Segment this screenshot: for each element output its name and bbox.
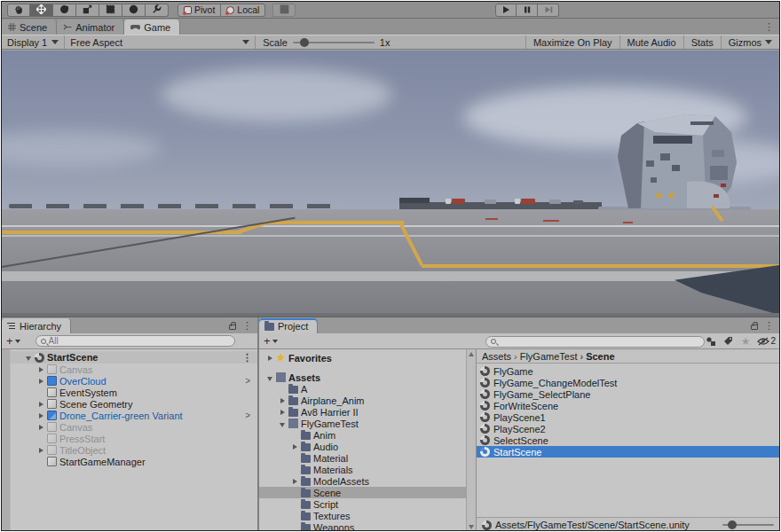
- lock-icon[interactable]: [229, 325, 236, 330]
- breadcrumb-item[interactable]: FlyGameTest: [514, 351, 577, 362]
- foldout-icon[interactable]: [266, 355, 273, 362]
- favorites-star-icon[interactable]: ★: [741, 335, 751, 348]
- foldout-icon[interactable]: [291, 512, 298, 520]
- hierarchy-menu-icon[interactable]: ⋮: [242, 321, 252, 331]
- project-tree-item[interactable]: Audio: [259, 441, 466, 452]
- step-button[interactable]: [538, 4, 559, 17]
- project-tree-item[interactable]: Scene: [259, 487, 466, 498]
- foldout-icon[interactable]: [291, 443, 298, 450]
- foldout-icon[interactable]: [291, 455, 298, 462]
- project-tree-item[interactable]: A: [259, 383, 466, 395]
- project-tree-item[interactable]: Script: [259, 498, 466, 510]
- gizmos-dropdown[interactable]: Gizmos: [721, 35, 779, 49]
- breadcrumb-item[interactable]: Scene: [580, 351, 614, 362]
- asset-file-row[interactable]: PlayScene2: [477, 423, 779, 434]
- asset-file-row[interactable]: PlayScene1: [477, 411, 779, 423]
- hand-tool-button[interactable]: [7, 4, 30, 17]
- aspect-dropdown[interactable]: Free Aspect: [65, 35, 256, 49]
- project-tree-item[interactable]: Anim: [259, 429, 466, 441]
- hierarchy-item[interactable]: Drone_Carrier-green Variant >: [11, 410, 257, 421]
- search-by-type-icon[interactable]: [706, 336, 716, 347]
- project-tree-item[interactable]: FlyGameTest: [259, 418, 466, 429]
- foldout-icon[interactable]: [291, 489, 298, 497]
- rect-tool-button[interactable]: [99, 4, 122, 17]
- project-tree-item[interactable]: Weapons: [259, 521, 466, 531]
- hierarchy-item[interactable]: Canvas: [11, 421, 257, 433]
- hierarchy-item[interactable]: EventSystem: [11, 387, 257, 398]
- project-tree-item[interactable]: Favorites: [259, 352, 466, 364]
- hierarchy-scrollbar-gutter[interactable]: [2, 349, 11, 531]
- foldout-icon[interactable]: [291, 501, 298, 508]
- local-toggle-button[interactable]: Local: [221, 4, 265, 17]
- foldout-icon[interactable]: [279, 397, 286, 404]
- foldout-icon[interactable]: [37, 447, 44, 454]
- foldout-icon[interactable]: [291, 432, 298, 439]
- foldout-icon[interactable]: [37, 401, 44, 408]
- rotate-tool-button[interactable]: [53, 4, 76, 17]
- foldout-icon[interactable]: [37, 424, 44, 431]
- prefab-open-chevron[interactable]: >: [245, 411, 250, 420]
- tab-animator[interactable]: Animator: [57, 20, 124, 35]
- move-tool-button[interactable]: [30, 4, 53, 17]
- foldout-icon[interactable]: [37, 378, 44, 385]
- project-tree-item[interactable]: Textures: [259, 510, 466, 521]
- scroll-down-icon[interactable]: [469, 525, 474, 529]
- hierarchy-search-input[interactable]: [49, 336, 230, 346]
- tab-hierarchy[interactable]: Hierarchy: [2, 318, 71, 333]
- scale-tool-button[interactable]: [76, 4, 99, 17]
- foldout-icon[interactable]: [37, 435, 44, 442]
- foldout-icon[interactable]: [291, 478, 298, 485]
- hidden-items-toggle[interactable]: 2: [757, 336, 776, 346]
- project-add-button[interactable]: +: [259, 334, 282, 348]
- foldout-icon[interactable]: [37, 412, 44, 419]
- scene-header-row[interactable]: StartScene ⋮: [11, 351, 257, 364]
- hierarchy-item[interactable]: Canvas: [11, 364, 257, 375]
- hierarchy-item[interactable]: StartGameManager: [11, 456, 257, 467]
- hierarchy-add-button[interactable]: +: [2, 334, 25, 348]
- pivot-toggle-button[interactable]: Pivot: [178, 4, 221, 17]
- foldout-icon[interactable]: [266, 374, 273, 381]
- asset-file-row[interactable]: FlyGame: [477, 365, 779, 377]
- project-tree-item[interactable]: Av8 Harrier II: [259, 406, 466, 418]
- hierarchy-item[interactable]: TitleObject: [11, 444, 257, 456]
- foldout-icon[interactable]: [37, 389, 44, 396]
- project-search[interactable]: [485, 336, 705, 348]
- tab-game[interactable]: Game: [124, 20, 180, 35]
- grid-snap-button[interactable]: [272, 4, 296, 17]
- hierarchy-item[interactable]: OverCloud >: [11, 375, 257, 387]
- stats-button[interactable]: Stats: [683, 35, 721, 49]
- thumbnail-size-knob[interactable]: [728, 520, 737, 529]
- project-tree-item[interactable]: Assets: [259, 372, 466, 383]
- play-button[interactable]: [495, 4, 517, 17]
- asset-file-row[interactable]: ForWriteScene: [477, 400, 779, 411]
- scale-slider-knob[interactable]: [300, 38, 309, 47]
- prefab-open-chevron[interactable]: >: [245, 376, 250, 386]
- hierarchy-item[interactable]: Scene Geometry: [11, 398, 257, 410]
- asset-file-row[interactable]: SelectScene: [477, 434, 779, 446]
- scale-slider[interactable]: [293, 42, 375, 43]
- foldout-icon[interactable]: [37, 366, 44, 373]
- project-search-input[interactable]: [499, 337, 699, 347]
- thumbnail-size-slider[interactable]: [722, 524, 774, 526]
- tab-project[interactable]: Project: [259, 318, 318, 333]
- foldout-icon[interactable]: [279, 420, 286, 427]
- foldout-icon[interactable]: [291, 466, 298, 473]
- project-tree-item[interactable]: Material: [259, 452, 466, 464]
- mute-audio-button[interactable]: Mute Audio: [619, 35, 683, 49]
- hierarchy-search[interactable]: [36, 335, 235, 347]
- custom-tool-button[interactable]: [146, 4, 169, 17]
- maximize-on-play-button[interactable]: Maximize On Play: [525, 35, 619, 49]
- display-dropdown[interactable]: Display 1: [2, 35, 65, 49]
- project-tree-item[interactable]: Materials: [259, 464, 466, 475]
- project-menu-icon[interactable]: ⋮: [764, 321, 774, 331]
- search-by-label-icon[interactable]: [723, 336, 734, 346]
- scroll-up-icon[interactable]: [469, 352, 474, 356]
- project-tree-item[interactable]: ModelAssets: [259, 475, 466, 487]
- asset-file-row[interactable]: FlyGame_ChangeModelTest: [477, 377, 779, 388]
- lock-icon[interactable]: [751, 325, 758, 330]
- game-tab-menu-icon[interactable]: ⋮: [764, 22, 774, 32]
- project-tree-scrollbar[interactable]: [466, 349, 476, 531]
- foldout-open-icon[interactable]: [25, 354, 32, 361]
- pause-button[interactable]: [517, 4, 538, 17]
- asset-file-row[interactable]: FlyGame_SelectPlane: [477, 388, 779, 400]
